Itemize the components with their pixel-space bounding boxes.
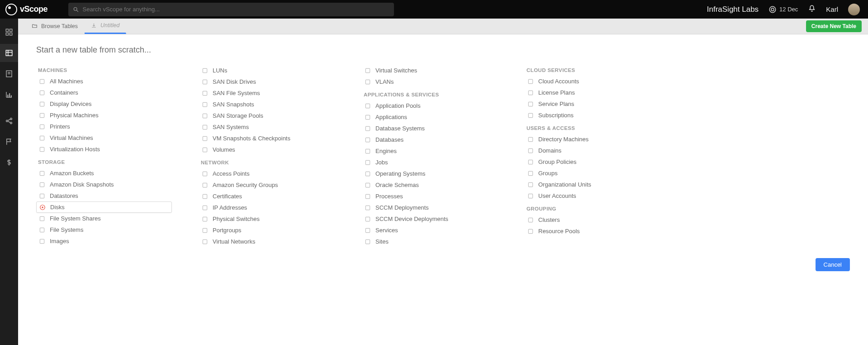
cancel-button[interactable]: Cancel [816,258,850,271]
resource-type-item[interactable]: Oracle Schemas [362,179,498,191]
resource-type-item[interactable]: SAN Snapshots [199,99,335,110]
resource-type-item[interactable]: Display Devices [36,98,172,110]
resource-type-item[interactable]: Physical Machines [36,110,172,121]
resource-type-label: Amazon Security Groups [213,182,278,188]
logo[interactable]: vScope [3,4,50,15]
resource-type-item[interactable]: Printers [36,121,172,132]
rail-item-flags[interactable] [0,133,18,151]
resource-type-item[interactable]: Disks [36,201,172,213]
topbar: vScope InfraSight Labs 12 Dec Karl [0,0,868,19]
resource-type-item[interactable]: Operating Systems [362,168,498,179]
resource-type-item[interactable]: LUNs [199,65,335,76]
resource-type-label: Access Points [213,170,250,177]
resource-type-item[interactable]: Engines [362,145,498,157]
resource-type-item[interactable]: Amazon Disk Snapshots [36,179,172,190]
rail-item-notes[interactable] [0,65,18,83]
section-title: APPLICATIONS & SERVICES [364,92,498,97]
tab-browse-tables[interactable]: Browse Tables [25,18,85,34]
resource-type-item[interactable]: Databases [362,134,498,145]
resource-icon [365,239,371,245]
resource-type-item[interactable]: Volumes [199,144,335,155]
resource-type-item[interactable]: Virtual Switches [362,65,498,76]
resource-type-item[interactable]: Virtualization Hosts [36,144,172,155]
resource-type-item[interactable]: All Machines [36,76,172,87]
notifications-button[interactable] [808,5,816,14]
resource-type-item[interactable]: Portgroups [199,225,335,236]
resource-type-item[interactable]: Applications [362,111,498,123]
grid-icon [5,28,13,36]
resource-icon [202,147,208,153]
resource-icon [527,101,534,107]
resource-type-item[interactable]: VM Snapshots & Checkpoints [199,133,335,144]
resource-type-item[interactable]: Domains [525,145,660,156]
resource-type-item[interactable]: SCCM Deployments [362,202,498,213]
resource-type-item[interactable]: SAN Disk Drives [199,76,335,87]
resource-type-item[interactable]: SCCM Device Deployments [362,213,498,225]
resource-type-item[interactable]: Virtual Networks [199,236,335,247]
resource-type-item[interactable]: Certificates [199,191,335,202]
search-input[interactable] [83,6,389,13]
rail-item-billing[interactable] [0,153,18,172]
create-new-table-button[interactable]: Create New Table [806,20,862,32]
resource-type-item[interactable]: VLANs [362,76,498,87]
resource-type-item[interactable]: Virtual Machines [36,132,172,144]
user-name[interactable]: Karl [826,5,838,13]
logo-text: vScope [20,5,47,14]
topbar-right: InfraSight Labs 12 Dec Karl [707,4,865,15]
resource-icon [202,216,208,222]
resource-type-item[interactable]: Processes [362,191,498,202]
date-indicator[interactable]: 12 Dec [768,5,798,14]
resource-type-item[interactable]: Physical Switches [199,213,335,225]
resource-type-item[interactable]: Database Systems [362,123,498,134]
resource-type-item[interactable]: Directory Machines [525,134,660,145]
resource-icon [527,78,534,85]
resource-type-item[interactable]: Clusters [525,214,660,225]
resource-type-item[interactable]: Containers [36,87,172,98]
rail-item-share[interactable] [0,112,18,130]
resource-type-item[interactable]: User Accounts [525,190,660,201]
resource-type-label: File System Shares [50,215,101,222]
disk-icon [39,204,46,211]
resource-type-label: Certificates [213,193,242,200]
resource-type-label: SAN Systems [213,124,249,130]
search-field[interactable] [68,3,394,16]
resource-type-item[interactable]: Application Pools [362,100,498,111]
resource-type-item[interactable]: Groups [525,168,660,179]
rail-item-tables[interactable] [0,44,18,62]
date-text: 12 Dec [779,6,798,13]
resource-type-item[interactable]: File System Shares [36,213,172,224]
resource-type-item[interactable]: Services [362,225,498,236]
resource-type-item[interactable]: Jobs [362,157,498,168]
resource-type-item[interactable]: Access Points [199,168,335,179]
resource-icon [202,205,208,211]
resource-type-label: Sites [375,238,389,245]
resource-type-item[interactable]: Images [36,235,172,247]
resource-type-item[interactable]: SAN File Systems [199,87,335,99]
resource-type-item[interactable]: SAN Systems [199,121,335,133]
resource-type-item[interactable]: Datastores [36,190,172,201]
resource-type-item[interactable]: Amazon Buckets [36,168,172,179]
resource-icon [527,193,534,199]
resource-icon [202,135,208,142]
resource-type-label: Virtualization Hosts [50,146,100,153]
rail-item-reports[interactable] [0,86,18,104]
chart-icon [5,91,13,99]
flag-icon [5,138,13,146]
tab-untitled[interactable]: Untitled [85,18,126,34]
resource-type-item[interactable]: License Plans [525,87,660,98]
avatar[interactable] [848,4,860,15]
resource-type-item[interactable]: File Systems [36,224,172,235]
resource-type-item[interactable]: Sites [362,236,498,247]
resource-type-item[interactable]: Group Policies [525,156,660,168]
resource-icon [365,159,371,166]
logo-icon [5,4,17,15]
resource-type-item[interactable]: Amazon Security Groups [199,179,335,191]
resource-type-item[interactable]: SAN Storage Pools [199,110,335,121]
resource-type-item[interactable]: Cloud Accounts [525,76,660,87]
resource-type-item[interactable]: Subscriptions [525,110,660,121]
resource-type-item[interactable]: IP Addresses [199,202,335,213]
resource-type-item[interactable]: Organizational Units [525,179,660,190]
resource-type-item[interactable]: Resource Pools [525,225,660,237]
rail-item-dashboard[interactable] [0,23,18,41]
resource-type-item[interactable]: Service Plans [525,98,660,110]
